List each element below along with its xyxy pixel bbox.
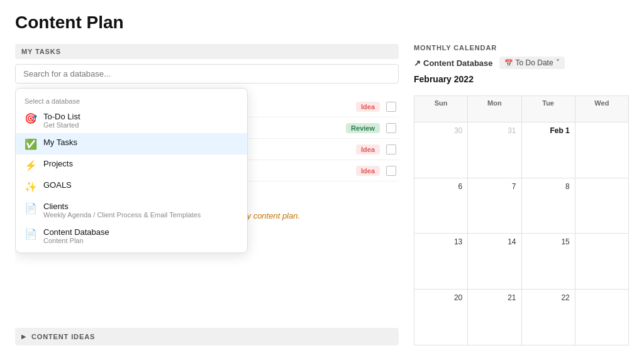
- task-badge: Idea: [356, 144, 380, 155]
- calendar-cell[interactable]: 22: [522, 290, 575, 345]
- dropdown-item-icon: ✅: [25, 138, 37, 150]
- dropdown-item-name: Content Database: [43, 227, 109, 237]
- chevron-down-icon: ˅: [556, 58, 560, 67]
- dropdown-item-icon: 📄: [25, 202, 37, 214]
- calendar-filter-label: To Do Date: [516, 58, 553, 67]
- dropdown-item-name: Projects: [43, 159, 73, 168]
- calendar-date-number: 13: [419, 237, 462, 246]
- dropdown-item-goals[interactable]: ✨ GOALS: [16, 176, 247, 197]
- dropdown-item-text: To-Do List Get Started: [43, 112, 80, 129]
- calendar-cell[interactable]: [575, 178, 629, 234]
- calendar-cell[interactable]: 20: [414, 290, 468, 345]
- calendar-date-number: 15: [527, 237, 570, 246]
- search-area: Select a database 🎯 To-Do List Get Start…: [15, 64, 399, 84]
- calendar-cell[interactable]: 13: [414, 234, 468, 290]
- calendar-cell[interactable]: 21: [468, 290, 521, 345]
- month-label: February 2022: [414, 74, 629, 84]
- main-content: MY TASKS Select a database 🎯 To-Do List …: [15, 44, 629, 345]
- dropdown-item-sub: Get Started: [43, 121, 80, 129]
- dropdown-item-text: My Tasks: [43, 138, 77, 147]
- page-container: Content Plan MY TASKS Select a database …: [0, 0, 644, 358]
- dropdown-item-content[interactable]: 📄 Content Database Content Plan: [16, 223, 247, 249]
- calendar-date-number: 6: [419, 182, 462, 191]
- calendar-cell[interactable]: [575, 234, 629, 290]
- calendar-date-number: 8: [527, 182, 570, 191]
- calendar-day-header: Tue: [522, 96, 575, 122]
- calendar-header-section: MONTHLY CALENDAR ↗ Content Database 📅 To…: [414, 44, 629, 89]
- calendar-date-number: 14: [473, 237, 516, 246]
- task-checkbox[interactable]: [386, 144, 396, 155]
- calendar-icon: 📅: [504, 59, 513, 67]
- calendar-cell[interactable]: Feb 1: [522, 122, 575, 178]
- task-checkbox[interactable]: [386, 166, 396, 176]
- dropdown-item-name: To-Do List: [43, 112, 80, 121]
- dropdown-item-icon: ⚡: [25, 160, 37, 171]
- dropdown-item-icon: ✨: [25, 181, 37, 193]
- calendar-link[interactable]: ↗ Content Database: [414, 58, 493, 68]
- calendar-controls: ↗ Content Database 📅 To Do Date ˅: [414, 57, 629, 69]
- triangle-icon: ▶: [21, 334, 26, 340]
- calendar-date-number: 7: [473, 182, 516, 191]
- dropdown-item-text: Projects: [43, 159, 73, 168]
- my-tasks-header: MY TASKS: [15, 44, 399, 59]
- calendar-grid: SunMonTueWed3031Feb 1678131415202122: [414, 95, 629, 345]
- calendar-date-number: 21: [473, 293, 516, 302]
- calendar-link-arrow: ↗: [414, 58, 421, 68]
- calendar-cell[interactable]: 30: [414, 122, 468, 178]
- dropdown-label: Select a database: [16, 92, 247, 107]
- dropdown-item-text: Clients Weekly Agenda / Client Process &…: [43, 202, 201, 219]
- left-panel: MY TASKS Select a database 🎯 To-Do List …: [15, 44, 399, 345]
- task-badge: Idea: [356, 166, 380, 176]
- content-ideas-bar[interactable]: ▶ CONTENT IDEAS: [15, 328, 399, 345]
- calendar-date-number: 31: [473, 126, 516, 135]
- calendar-section-title: MONTHLY CALENDAR: [414, 44, 629, 52]
- dropdown-item-todo[interactable]: 🎯 To-Do List Get Started: [16, 107, 247, 133]
- calendar-cell[interactable]: 7: [468, 178, 521, 234]
- dropdown-item-icon: 🎯: [25, 112, 37, 124]
- dropdown-item-sub: Content Plan: [43, 237, 109, 244]
- dropdown-item-mytasks[interactable]: ✅ My Tasks: [16, 133, 247, 155]
- dropdown-items-container: 🎯 To-Do List Get Started ✅ My Tasks ⚡ Pr…: [16, 107, 247, 249]
- dropdown-item-name: GOALS: [43, 180, 72, 190]
- calendar-date-number: 30: [419, 126, 462, 135]
- calendar-cell[interactable]: [575, 290, 629, 345]
- task-checkbox[interactable]: [386, 123, 396, 133]
- calendar-cell[interactable]: 31: [468, 122, 521, 178]
- calendar-day-header: Sun: [414, 96, 468, 122]
- task-badge: Idea: [356, 102, 380, 112]
- calendar-day-header: Wed: [575, 96, 629, 122]
- dropdown-item-sub: Weekly Agenda / Client Process & Email T…: [43, 211, 201, 219]
- dropdown-item-projects[interactable]: ⚡ Projects: [16, 155, 247, 176]
- calendar-cell[interactable]: 14: [468, 234, 521, 290]
- dropdown-item-text: GOALS: [43, 180, 72, 190]
- search-input[interactable]: [15, 64, 399, 84]
- calendar-day-header: Mon: [468, 96, 521, 122]
- calendar-date-number: 22: [527, 293, 570, 302]
- task-checkbox[interactable]: [386, 102, 396, 112]
- calendar-cell[interactable]: 6: [414, 178, 468, 234]
- dropdown-item-text: Content Database Content Plan: [43, 227, 109, 244]
- calendar-date-number: Feb 1: [527, 126, 570, 135]
- page-title: Content Plan: [15, 13, 629, 33]
- dropdown-item-name: My Tasks: [43, 138, 77, 147]
- calendar-cell[interactable]: 15: [522, 234, 575, 290]
- calendar-date-filter[interactable]: 📅 To Do Date ˅: [499, 57, 565, 69]
- right-panel: MONTHLY CALENDAR ↗ Content Database 📅 To…: [414, 44, 629, 345]
- task-badge: Review: [346, 123, 380, 133]
- calendar-link-label: Content Database: [423, 58, 493, 68]
- dropdown-item-name: Clients: [43, 202, 201, 211]
- calendar-cell[interactable]: [575, 122, 629, 178]
- dropdown-item-icon: 📄: [25, 228, 37, 240]
- database-dropdown: Select a database 🎯 To-Do List Get Start…: [15, 88, 248, 253]
- content-ideas-label: CONTENT IDEAS: [31, 333, 95, 340]
- calendar-date-number: 20: [419, 293, 462, 302]
- calendar-cell[interactable]: 8: [522, 178, 575, 234]
- dropdown-item-clients[interactable]: 📄 Clients Weekly Agenda / Client Process…: [16, 197, 247, 223]
